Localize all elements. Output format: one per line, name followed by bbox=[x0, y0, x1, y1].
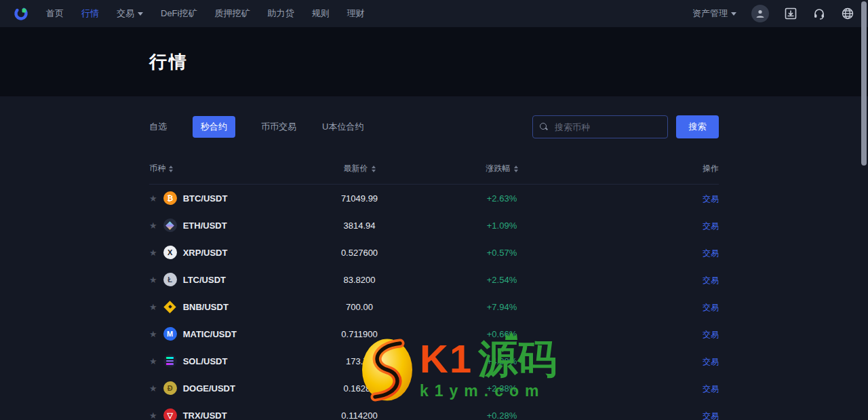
tab[interactable]: 秒合约 bbox=[193, 116, 235, 138]
trade-link[interactable]: 交易 bbox=[703, 221, 719, 231]
search-area: 搜索 bbox=[532, 115, 719, 138]
favorite-star-icon[interactable]: ★ bbox=[149, 302, 157, 312]
watermark-logo-icon bbox=[361, 338, 413, 402]
tab[interactable]: 币币交易 bbox=[261, 116, 296, 138]
market-toolbar: 自选秒合约币币交易U本位合约 搜索 bbox=[149, 115, 719, 138]
watermark-brand-right: 源码 bbox=[478, 337, 557, 381]
table-row: ★ ETH/USDT 3814.94 +1.09% 交易 bbox=[149, 212, 719, 239]
doge-icon: Đ bbox=[163, 381, 177, 395]
coin-symbol: ETH/USDT bbox=[183, 221, 227, 231]
nav-item[interactable]: DeFi挖矿 bbox=[161, 7, 197, 20]
favorite-star-icon[interactable]: ★ bbox=[149, 221, 157, 231]
trade-link[interactable]: 交易 bbox=[703, 357, 719, 366]
favorite-star-icon[interactable]: ★ bbox=[149, 356, 157, 366]
headset-icon[interactable] bbox=[812, 7, 826, 20]
favorite-star-icon[interactable]: ★ bbox=[149, 383, 157, 394]
table-row: ★ Ł LTC/USDT 83.8200 +2.54% 交易 bbox=[149, 266, 719, 293]
nav-item[interactable]: 行情 bbox=[81, 7, 99, 20]
watermark-brand: K1源码 bbox=[420, 339, 557, 379]
nav-item[interactable]: 助力贷 bbox=[267, 7, 294, 20]
column-header[interactable]: 币种 bbox=[149, 163, 285, 174]
sort-icon[interactable] bbox=[514, 166, 518, 172]
trade-link[interactable]: 交易 bbox=[703, 194, 719, 204]
table-row: ★ BNB/USDT 700.00 +7.94% 交易 bbox=[149, 293, 719, 320]
page-title: 行情 bbox=[149, 50, 189, 74]
trade-link[interactable]: 交易 bbox=[703, 330, 719, 339]
coin-cell: ★ BNB/USDT bbox=[149, 300, 285, 313]
trade-link[interactable]: 交易 bbox=[703, 411, 719, 420]
search-icon bbox=[540, 123, 549, 132]
coin-symbol: SOL/USDT bbox=[183, 356, 228, 366]
site-logo-icon[interactable] bbox=[14, 6, 28, 21]
favorite-star-icon[interactable]: ★ bbox=[149, 329, 157, 339]
price-change: +0.57% bbox=[434, 248, 570, 258]
latest-price: 3814.94 bbox=[285, 221, 434, 231]
trx-icon: ▽ bbox=[163, 408, 177, 420]
crown-icon bbox=[504, 331, 519, 341]
latest-price: 0.114200 bbox=[285, 411, 434, 420]
price-change: +2.54% bbox=[434, 275, 570, 285]
price-change: +0.28% bbox=[434, 411, 570, 420]
coin-cell: ★ ₿ BTC/USDT bbox=[149, 191, 285, 205]
chevron-down-icon bbox=[731, 12, 736, 16]
coin-cell: ★ Đ DOGE/USDT bbox=[149, 381, 285, 395]
price-change: +7.94% bbox=[434, 302, 570, 312]
page-header: 行情 bbox=[0, 27, 868, 96]
sol-icon bbox=[163, 354, 177, 368]
download-icon[interactable] bbox=[784, 7, 797, 20]
price-change: +2.63% bbox=[434, 193, 570, 204]
coin-symbol: XRP/USDT bbox=[183, 248, 228, 258]
column-header[interactable]: 涨跌幅 bbox=[434, 163, 570, 174]
favorite-star-icon[interactable]: ★ bbox=[149, 411, 157, 420]
column-header[interactable]: 最新价 bbox=[285, 163, 434, 174]
coin-cell: ★ Ł LTC/USDT bbox=[149, 273, 285, 286]
sort-icon[interactable] bbox=[372, 166, 376, 172]
coin-cell: ★ X XRP/USDT bbox=[149, 246, 285, 259]
coin-cell: ★ ▽ TRX/USDT bbox=[149, 408, 285, 420]
latest-price: 700.00 bbox=[285, 302, 434, 312]
watermark-text: K1源码 k1ym.com bbox=[420, 339, 557, 400]
favorite-star-icon[interactable]: ★ bbox=[149, 248, 157, 258]
price-change: +1.09% bbox=[434, 221, 570, 231]
ltc-icon: Ł bbox=[163, 273, 177, 286]
asset-management-menu[interactable]: 资产管理 bbox=[692, 7, 736, 20]
trade-link[interactable]: 交易 bbox=[703, 303, 719, 312]
nav-item[interactable]: 理财 bbox=[347, 7, 364, 20]
favorite-star-icon[interactable]: ★ bbox=[149, 275, 157, 285]
watermark-brand-left: K1 bbox=[420, 337, 473, 381]
tab[interactable]: U本位合约 bbox=[322, 116, 363, 138]
coin-cell: ★ SOL/USDT bbox=[149, 354, 285, 368]
nav-item[interactable]: 首页 bbox=[46, 7, 64, 20]
trade-link[interactable]: 交易 bbox=[703, 248, 719, 258]
xrp-icon: X bbox=[163, 246, 177, 259]
user-avatar-icon[interactable] bbox=[751, 5, 769, 22]
nav-item[interactable]: 规则 bbox=[311, 7, 329, 20]
coin-symbol: BNB/USDT bbox=[183, 302, 229, 312]
trade-link[interactable]: 交易 bbox=[703, 384, 719, 394]
market-tabs: 自选秒合约币币交易U本位合约 bbox=[149, 116, 363, 138]
globe-icon[interactable] bbox=[841, 7, 854, 20]
coin-symbol: MATIC/USDT bbox=[183, 329, 237, 339]
search-button[interactable]: 搜索 bbox=[676, 115, 719, 138]
scrollbar-thumb[interactable] bbox=[861, 1, 867, 166]
coin-cell: ★ ETH/USDT bbox=[149, 218, 285, 232]
trade-link[interactable]: 交易 bbox=[703, 275, 719, 285]
tab[interactable]: 自选 bbox=[149, 116, 167, 138]
favorite-star-icon[interactable]: ★ bbox=[149, 193, 157, 204]
coin-cell: ★ M MATIC/USDT bbox=[149, 327, 285, 341]
bnb-icon bbox=[163, 300, 177, 313]
nav-item[interactable]: 交易 bbox=[117, 7, 143, 20]
coin-symbol: TRX/USDT bbox=[183, 411, 227, 420]
nav-item[interactable]: 质押挖矿 bbox=[214, 7, 250, 20]
sort-icon[interactable] bbox=[169, 166, 173, 172]
table-header: 币种最新价涨跌幅操作 bbox=[149, 163, 719, 185]
latest-price: 0.527600 bbox=[285, 248, 434, 258]
search-input[interactable] bbox=[553, 121, 660, 133]
coin-symbol: BTC/USDT bbox=[183, 193, 228, 204]
latest-price: 71049.99 bbox=[285, 193, 434, 204]
table-row: ★ X XRP/USDT 0.527600 +0.57% 交易 bbox=[149, 239, 719, 266]
search-box[interactable] bbox=[532, 115, 668, 138]
eth-icon bbox=[163, 218, 177, 232]
btc-icon: ₿ bbox=[163, 191, 177, 205]
watermark: K1源码 k1ym.com bbox=[361, 338, 557, 402]
